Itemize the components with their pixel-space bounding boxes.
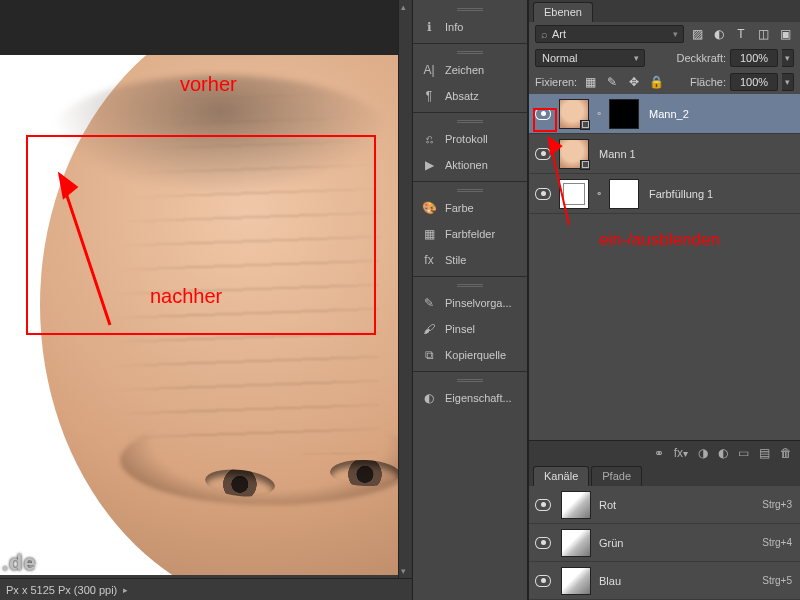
panel-clone-source[interactable]: ⧉ Kopierquelle [413, 342, 527, 368]
panel-paragraph[interactable]: ¶ Absatz [413, 83, 527, 109]
panel-properties-icon: ◐ [421, 390, 437, 406]
new-fill-adj-icon[interactable]: ◐ [718, 446, 728, 460]
dock-grip[interactable] [413, 280, 527, 290]
eye-icon [535, 499, 551, 511]
dock-separator [413, 276, 527, 277]
filter-shape-icon[interactable]: ◫ [754, 25, 772, 43]
panel-properties[interactable]: ◐ Eigenschaft... [413, 385, 527, 411]
layer-thumb[interactable] [559, 99, 589, 129]
channel-thumb [561, 491, 591, 519]
tab-layers[interactable]: Ebenen [533, 2, 593, 22]
callout-arrow-icon [541, 130, 581, 230]
channel-name: Rot [599, 499, 754, 511]
tab-channels[interactable]: Kanäle [533, 466, 589, 486]
fill-stepper-icon[interactable]: ▾ [782, 73, 794, 91]
svg-marker-3 [549, 138, 561, 154]
layer-name[interactable]: Farbfüllung 1 [645, 188, 796, 200]
tab-paths[interactable]: Pfade [591, 466, 642, 486]
document-canvas[interactable]: vorher nachher .de Px x 5125 Px (300 ppi… [0, 0, 412, 600]
dock-item-label: Pinselvorga... [445, 297, 512, 309]
dock-item-label: Zeichen [445, 64, 484, 76]
link-layers-icon[interactable]: ⚭ [654, 446, 664, 460]
new-group-icon[interactable]: ▭ [738, 446, 749, 460]
eye-icon [535, 537, 551, 549]
panel-clone-source-icon: ⧉ [421, 347, 437, 363]
channel-list: Rot Strg+3 Grün Strg+4 Blau Strg+5 [529, 486, 800, 600]
lock-all-icon[interactable]: 🔒 [647, 73, 665, 91]
lock-transparent-icon[interactable]: ▦ [581, 73, 599, 91]
lock-label: Fixieren: [535, 76, 577, 88]
visibility-toggle[interactable] [533, 537, 553, 549]
panel-info[interactable]: ℹ Info [413, 14, 527, 40]
right-column: Ebenen Art ▾ ▨ ◐ T ◫ ▣ Normal Deckkraft:… [528, 0, 800, 600]
smart-badge-icon [580, 120, 590, 130]
layer-fx-icon[interactable]: fx▾ [674, 446, 688, 460]
layer-mask-thumb[interactable] [609, 179, 639, 209]
dock-grip[interactable] [413, 4, 527, 14]
link-icon: ⚬ [595, 188, 603, 199]
layer-filter-kind[interactable]: Art ▾ [535, 25, 684, 43]
panel-character[interactable]: A| Zeichen [413, 57, 527, 83]
annotation-after-label: nachher [150, 285, 222, 308]
dock-grip[interactable] [413, 185, 527, 195]
panel-paragraph-icon: ¶ [421, 88, 437, 104]
channel-row[interactable]: Grün Strg+4 [529, 524, 800, 562]
add-mask-icon[interactable]: ◑ [698, 446, 708, 460]
panel-styles-icon: fx [421, 252, 437, 268]
panel-actions[interactable]: ▶ Aktionen [413, 152, 527, 178]
blend-mode-value: Normal [542, 52, 577, 64]
dock-item-label: Aktionen [445, 159, 488, 171]
layer-row[interactable]: ⚬ Mann_2 [529, 94, 800, 134]
svg-marker-1 [60, 175, 76, 197]
dock-grip[interactable] [413, 375, 527, 385]
channel-row[interactable]: Rot Strg+3 [529, 486, 800, 524]
opacity-stepper-icon[interactable]: ▾ [782, 49, 794, 67]
annotation-before-label: vorher [180, 73, 237, 96]
new-layer-icon[interactable]: ▤ [759, 446, 770, 460]
status-bar: Px x 5125 Px (300 ppi) ▸ [0, 578, 412, 600]
blend-mode-select[interactable]: Normal [535, 49, 645, 67]
lock-paint-icon[interactable]: ✎ [603, 73, 621, 91]
panel-history[interactable]: ⎌ Protokoll [413, 126, 527, 152]
watermark: .de [2, 550, 37, 576]
panel-info-icon: ℹ [421, 19, 437, 35]
opacity-field[interactable]: 100% [730, 49, 778, 67]
panel-brush-presets[interactable]: ✎ Pinselvorga... [413, 290, 527, 316]
dock-separator [413, 181, 527, 182]
canvas-pasteboard [0, 0, 398, 55]
channel-thumb [561, 567, 591, 595]
dock-item-label: Farbe [445, 202, 474, 214]
panel-swatches[interactable]: ▦ Farbfelder [413, 221, 527, 247]
dock-grip[interactable] [413, 116, 527, 126]
lock-position-icon[interactable]: ✥ [625, 73, 643, 91]
status-menu-chevron-icon[interactable]: ▸ [123, 585, 128, 595]
channel-name: Grün [599, 537, 754, 549]
smart-badge-icon [580, 160, 590, 170]
fill-field[interactable]: 100% [730, 73, 778, 91]
vertical-scrollbar[interactable] [398, 0, 412, 578]
dock-item-label: Info [445, 21, 463, 33]
dock-grip[interactable] [413, 47, 527, 57]
filter-smart-icon[interactable]: ▣ [776, 25, 794, 43]
blend-opacity-row: Normal Deckkraft: 100% ▾ [529, 46, 800, 70]
panel-dock: ℹ InfoA| Zeichen¶ Absatz⎌ Protokoll▶ Akt… [412, 0, 528, 600]
layer-mask-thumb[interactable] [609, 99, 639, 129]
layer-name[interactable]: Mann 1 [595, 148, 796, 160]
layer-name[interactable]: Mann_2 [645, 108, 796, 120]
panel-history-icon: ⎌ [421, 131, 437, 147]
panel-color[interactable]: 🎨 Farbe [413, 195, 527, 221]
panel-brushes[interactable]: 🖌 Pinsel [413, 316, 527, 342]
visibility-toggle[interactable] [533, 575, 553, 587]
channel-name: Blau [599, 575, 754, 587]
panel-styles[interactable]: fx Stile [413, 247, 527, 273]
filter-type-icon[interactable]: T [732, 25, 750, 43]
visibility-toggle[interactable] [533, 499, 553, 511]
channel-shortcut: Strg+3 [762, 499, 792, 510]
callout-eye-box [533, 108, 557, 132]
channel-row[interactable]: Blau Strg+5 [529, 562, 800, 600]
filter-pixel-icon[interactable]: ▨ [688, 25, 706, 43]
callout-label: ein-/ausblenden [599, 230, 720, 250]
dock-item-label: Farbfelder [445, 228, 495, 240]
filter-adjust-icon[interactable]: ◐ [710, 25, 728, 43]
delete-layer-icon[interactable]: 🗑 [780, 446, 792, 460]
